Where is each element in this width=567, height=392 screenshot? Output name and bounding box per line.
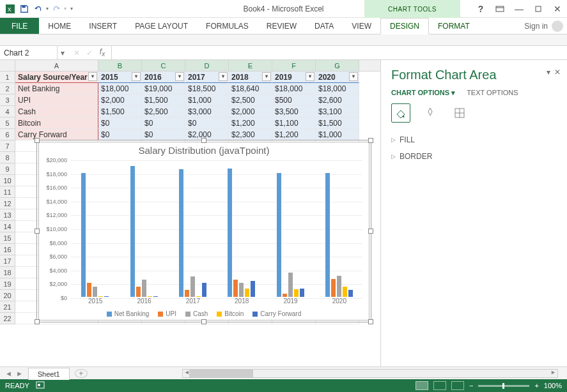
- col-header-f[interactable]: F: [272, 60, 316, 71]
- chart-bar[interactable]: [202, 283, 206, 297]
- col-header-e[interactable]: E: [229, 60, 272, 71]
- page-layout-view-button[interactable]: [433, 381, 446, 390]
- row-header[interactable]: 6: [0, 129, 15, 140]
- tab-formulas[interactable]: FORMULAS: [197, 18, 258, 34]
- col-header-g[interactable]: G: [316, 60, 359, 71]
- chart-plot-area[interactable]: [71, 160, 362, 297]
- minimize-button[interactable]: —: [509, 0, 529, 18]
- filter-button[interactable]: ▾: [132, 72, 141, 81]
- row-header[interactable]: 3: [0, 94, 15, 106]
- chart-bar[interactable]: [228, 169, 232, 297]
- chart-bar[interactable]: [87, 283, 91, 297]
- help-button[interactable]: ?: [471, 0, 490, 18]
- avatar-icon[interactable]: [552, 20, 563, 32]
- chart-bar[interactable]: [239, 283, 244, 297]
- chart-bar[interactable]: [148, 296, 152, 297]
- chart-bar[interactable]: [251, 281, 255, 297]
- close-button[interactable]: ✕: [548, 0, 567, 18]
- chart-bar[interactable]: [81, 173, 86, 297]
- chart-bar[interactable]: [245, 289, 249, 297]
- legend-item[interactable]: UPI: [158, 310, 176, 317]
- chart-object[interactable]: Salary Distribution (javaTpoint) $0$2,00…: [38, 142, 369, 320]
- effects-icon[interactable]: [421, 103, 440, 123]
- filter-button[interactable]: ▾: [88, 72, 97, 81]
- cell[interactable]: $1,200: [229, 117, 272, 129]
- chart-bar[interactable]: [153, 296, 158, 297]
- redo-dropdown[interactable]: ▾: [64, 6, 66, 11]
- cell[interactable]: 2017▾: [185, 72, 229, 83]
- ribbon-options-button[interactable]: [490, 0, 509, 18]
- legend-item[interactable]: Cash: [185, 310, 208, 317]
- signin-link[interactable]: Sign in: [524, 22, 548, 31]
- select-all-corner[interactable]: [0, 60, 15, 71]
- cell[interactable]: $3,000: [185, 106, 229, 117]
- cell[interactable]: 2015▾: [98, 72, 142, 83]
- cell[interactable]: $1,000: [316, 129, 359, 140]
- cell[interactable]: $18,640: [229, 83, 272, 94]
- cell[interactable]: 2018▾: [229, 72, 272, 83]
- chart-bar[interactable]: [233, 280, 238, 297]
- tab-review[interactable]: REVIEW: [258, 18, 306, 34]
- cell[interactable]: $19,000: [142, 83, 185, 94]
- row-header[interactable]: 9: [0, 163, 15, 175]
- legend-item[interactable]: Bitcoin: [217, 310, 244, 317]
- pane-options-dropdown[interactable]: ▾: [547, 68, 550, 77]
- cell[interactable]: $1,500: [316, 117, 359, 129]
- chart-bar[interactable]: [130, 166, 135, 297]
- horizontal-scrollbar[interactable]: ◄ ►: [182, 369, 558, 378]
- pane-tab-chart-options[interactable]: CHART OPTIONS ▾: [391, 89, 455, 97]
- cell[interactable]: Bitcoin: [15, 117, 98, 129]
- cell[interactable]: $1,200: [272, 129, 316, 140]
- cell[interactable]: $1,000: [185, 94, 229, 106]
- row-header[interactable]: 4: [0, 106, 15, 117]
- sheet-tab-1[interactable]: Sheet1: [28, 368, 70, 380]
- chart-bar[interactable]: [185, 290, 189, 297]
- cell[interactable]: $2,000: [229, 106, 272, 117]
- cell[interactable]: $500: [272, 94, 316, 106]
- chart-bar[interactable]: [93, 287, 97, 297]
- chart-bar[interactable]: [294, 289, 299, 297]
- cell[interactable]: Salary Source/Year▾: [15, 72, 98, 83]
- name-box-dropdown[interactable]: ▾: [58, 49, 68, 57]
- filter-button[interactable]: ▾: [219, 72, 228, 81]
- cell[interactable]: $18,000: [98, 83, 142, 94]
- pane-tab-text-options[interactable]: TEXT OPTIONS: [467, 89, 518, 97]
- normal-view-button[interactable]: [416, 381, 428, 390]
- maximize-button[interactable]: [529, 0, 548, 18]
- chart-bar[interactable]: [196, 296, 201, 297]
- zoom-out-button[interactable]: −: [469, 382, 473, 389]
- fill-outline-icon[interactable]: [391, 103, 410, 123]
- pane-section-fill[interactable]: ▷FILL: [391, 132, 557, 148]
- tab-data[interactable]: DATA: [306, 18, 343, 34]
- macro-record-icon[interactable]: [36, 381, 45, 390]
- chart-bar[interactable]: [343, 287, 347, 297]
- col-header-c[interactable]: C: [142, 60, 185, 71]
- zoom-percent[interactable]: 100%: [544, 382, 562, 389]
- cell[interactable]: Cash: [15, 106, 98, 117]
- row-header[interactable]: 21: [0, 301, 15, 313]
- sheet-nav-first[interactable]: ◄: [5, 370, 12, 377]
- cell[interactable]: $18,000: [272, 83, 316, 94]
- col-header-b[interactable]: B: [98, 60, 142, 71]
- filter-button[interactable]: ▾: [262, 72, 271, 81]
- row-header[interactable]: 22: [0, 313, 15, 324]
- row-header[interactable]: 1: [0, 72, 15, 83]
- col-header-a[interactable]: A: [15, 60, 98, 71]
- cell[interactable]: UPI: [15, 94, 98, 106]
- tab-page-layout[interactable]: PAGE LAYOUT: [126, 18, 197, 34]
- legend-item[interactable]: Carry Forward: [252, 310, 301, 317]
- cancel-formula-icon[interactable]: ✕: [72, 49, 82, 57]
- row-header[interactable]: 8: [0, 152, 15, 163]
- tab-home[interactable]: HOME: [39, 18, 80, 34]
- chart-bar[interactable]: [142, 280, 146, 297]
- save-icon[interactable]: [18, 3, 31, 15]
- page-break-view-button[interactable]: [451, 381, 464, 390]
- chart-bar[interactable]: [300, 289, 304, 297]
- chart-bar[interactable]: [104, 296, 109, 297]
- pane-section-border[interactable]: ▷BORDER: [391, 148, 557, 165]
- row-header[interactable]: 19: [0, 278, 15, 290]
- cell[interactable]: $1,500: [98, 106, 142, 117]
- row-header[interactable]: 5: [0, 117, 15, 129]
- cell[interactable]: $0: [98, 129, 142, 140]
- legend-item[interactable]: Net Banking: [107, 310, 149, 317]
